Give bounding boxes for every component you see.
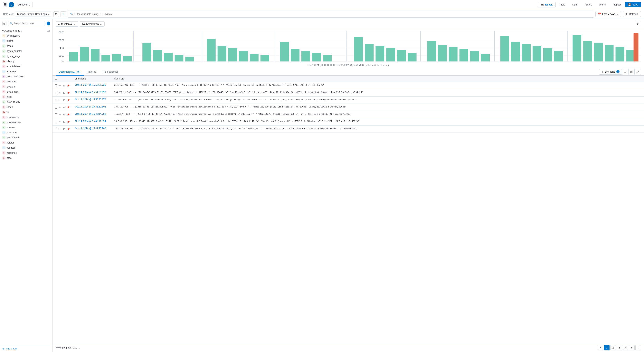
sidebar-item-host[interactable]: k host: [0, 94, 52, 99]
sidebar-item-geo-coordinates[interactable]: g geo.coordinates: [0, 74, 52, 79]
row-copy-button-2[interactable]: ⊟: [62, 98, 66, 102]
row-expand-button-3[interactable]: ✏: [58, 105, 62, 109]
sidebar-item-referer[interactable]: k referer: [0, 140, 52, 145]
row-expand-button-5[interactable]: ✏: [58, 120, 62, 124]
row-pin-button-4[interactable]: 📌: [66, 113, 70, 116]
row-expand-button-4[interactable]: ✏: [58, 113, 62, 116]
tab-patterns[interactable]: Patterns: [84, 68, 99, 75]
sidebar-item-hour_of_day[interactable]: # hour_of_day: [0, 99, 52, 104]
row-expand-button-6[interactable]: ✏: [58, 127, 62, 131]
alerts-button[interactable]: Alerts: [596, 2, 608, 7]
row-checkbox-4[interactable]: [55, 113, 58, 116]
sidebar-item-geo-dest[interactable]: k geo.dest: [0, 79, 52, 84]
row-pin-button-5[interactable]: 📌: [66, 120, 70, 124]
prev-page-button[interactable]: ‹: [598, 345, 603, 351]
page-3-button[interactable]: 3: [616, 345, 622, 351]
kql-input[interactable]: [74, 12, 591, 15]
sidebar-item-geo-src[interactable]: k geo.src: [0, 84, 52, 89]
sidebar-item-geo-srcdest[interactable]: k geo.srcdest: [0, 89, 52, 94]
tab-documents[interactable]: Documents (1,776): [56, 68, 84, 75]
search-field-container[interactable]: 🔍: [8, 21, 45, 26]
breakdown-button[interactable]: No breakdown ⌄: [80, 21, 104, 27]
row-copy-button-5[interactable]: ⊟: [62, 120, 66, 124]
row-checkbox-1[interactable]: [55, 92, 58, 94]
sidebar-item-tags[interactable]: k tags: [0, 155, 52, 161]
info-icon: ℹ: [21, 29, 22, 32]
search-field-input[interactable]: [14, 22, 43, 25]
view-expand-button[interactable]: ⤢: [634, 69, 641, 75]
row-pin-button-0[interactable]: 📌: [66, 84, 70, 87]
sidebar-item-index[interactable]: k index: [0, 104, 52, 110]
next-page-button[interactable]: ›: [636, 345, 641, 351]
sidebar-item-extension[interactable]: t extension: [0, 69, 52, 74]
row-pin-button-2[interactable]: 📌: [66, 98, 70, 102]
sidebar-item-bytes_gauge[interactable]: # bytes_gauge: [0, 54, 52, 59]
sidebar-item-response[interactable]: k response: [0, 150, 52, 155]
page-1-button[interactable]: 1: [604, 345, 610, 351]
field-type-badge: ip: [2, 111, 6, 114]
row-expand-button-2[interactable]: ✏: [58, 98, 62, 102]
sidebar-item-ip[interactable]: ip ip: [0, 110, 52, 115]
row-expand-button-1[interactable]: ✏: [58, 91, 62, 95]
row-pin-button-3[interactable]: 📌: [66, 105, 70, 109]
field-type-badge: k: [2, 141, 6, 144]
sidebar-item-agent[interactable]: t agent: [0, 38, 52, 43]
add-filter-button[interactable]: +: [60, 11, 66, 17]
sort-desc-icon[interactable]: ↓: [86, 77, 88, 80]
inspect-button[interactable]: Inspect: [610, 2, 624, 7]
sidebar-item-bytes[interactable]: # bytes: [0, 43, 52, 48]
open-button[interactable]: Open: [570, 2, 581, 7]
row-copy-button-4[interactable]: ⊟: [62, 113, 66, 116]
data-view-selector[interactable]: Kibana Sample Data Logs ⌄: [15, 11, 52, 16]
row-expand-button-0[interactable]: ✏: [58, 84, 62, 87]
sidebar-toggle-button[interactable]: ⊟: [2, 21, 6, 26]
auto-interval-button[interactable]: Auto interval ⌄: [56, 21, 78, 27]
sidebar-item-message[interactable]: t message: [0, 130, 52, 135]
try-esql-button[interactable]: Try ES|QL: [538, 2, 556, 7]
row-pin-button-1[interactable]: 📌: [66, 91, 70, 95]
page-4-button[interactable]: 4: [623, 345, 628, 351]
view-columns-button[interactable]: ⊞: [628, 69, 634, 75]
row-checkbox-3[interactable]: [55, 106, 58, 109]
sidebar-item-machine-os[interactable]: k machine.os: [0, 115, 52, 120]
row-copy-button-3[interactable]: ⊟: [62, 105, 66, 109]
discover-button[interactable]: Discover ∨: [16, 2, 33, 7]
select-all-checkbox[interactable]: [55, 77, 58, 80]
refresh-button[interactable]: ↻ Refresh: [623, 11, 641, 17]
page-5-button[interactable]: 5: [629, 345, 634, 351]
row-checkbox-0[interactable]: [55, 84, 58, 87]
sidebar-item-phpmemory[interactable]: # phpmemory: [0, 135, 52, 140]
hamburger-button[interactable]: ☰: [3, 2, 7, 7]
sidebar-item-machine-ram[interactable]: # machine.ram: [0, 120, 52, 125]
sidebar-item-event-dataset[interactable]: k event.dataset: [0, 64, 52, 69]
share-button[interactable]: Share: [583, 2, 595, 7]
new-button[interactable]: New: [557, 2, 568, 7]
date-range-button[interactable]: 📅 Last 7 days ⌄: [596, 11, 621, 17]
kql-search-bar[interactable]: 🔍: [68, 10, 594, 18]
row-copy-button-1[interactable]: ⊟: [62, 91, 66, 95]
row-copy-button-6[interactable]: ⊟: [62, 127, 66, 131]
row-checkbox-2[interactable]: [55, 99, 58, 101]
add-field-button[interactable]: ⊕ Add a field: [0, 345, 52, 352]
svg-rect-47: [532, 46, 541, 61]
svg-rect-23: [228, 48, 237, 61]
filter-manager-button[interactable]: ⊟: [54, 11, 59, 17]
fields-list: t @timestamp t agent # bytes # bytes_cou…: [0, 33, 52, 345]
sidebar-item-bytes_counter[interactable]: # bytes_counter: [0, 48, 52, 54]
sidebar-item-memory[interactable]: # memory: [0, 125, 52, 130]
page-2-button[interactable]: 2: [610, 345, 616, 351]
rows-per-page-selector[interactable]: Rows per page: 100 ⌄: [56, 346, 80, 349]
svg-rect-46: [522, 44, 530, 61]
row-copy-button-0[interactable]: ⊟: [62, 84, 66, 87]
row-checkbox-6[interactable]: [55, 128, 58, 130]
sidebar-item-request[interactable]: t request: [0, 145, 52, 150]
view-rows-button[interactable]: ☰: [622, 69, 628, 75]
sidebar-item-clientip[interactable]: ip clientip: [0, 59, 52, 64]
row-pin-button-6[interactable]: 📌: [66, 127, 70, 131]
sort-fields-button[interactable]: ⇅ Sort fields 1: [599, 69, 622, 75]
tab-field-statistics[interactable]: Field statistics: [99, 68, 122, 75]
chart-settings-button[interactable]: ⚙: [634, 21, 641, 27]
row-checkbox-5[interactable]: [55, 121, 58, 123]
save-button[interactable]: 💾 Save: [625, 2, 641, 7]
sidebar-item-@timestamp[interactable]: t @timestamp: [0, 33, 52, 38]
